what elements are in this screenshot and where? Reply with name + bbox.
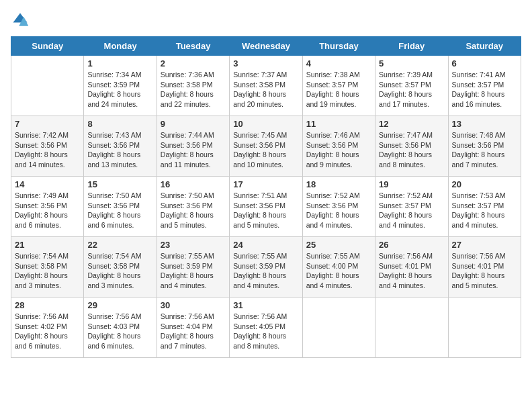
logo [11,11,31,30]
cell-date: 6 [452,58,517,68]
page-header [11,11,521,30]
calendar-cell: 31Sunrise: 7:56 AMSunset: 4:05 PMDayligh… [230,298,302,358]
day-header-tuesday: Tuesday [157,37,229,56]
cell-info: Sunrise: 7:34 AMSunset: 3:59 PMDaylight:… [87,70,152,109]
cell-date: 4 [306,58,371,68]
cell-date: 3 [233,58,298,68]
cell-info: Sunrise: 7:36 AMSunset: 3:58 PMDaylight:… [161,70,226,109]
cell-date: 24 [233,240,298,250]
cell-info: Sunrise: 7:56 AMSunset: 4:01 PMDaylight:… [379,251,444,291]
cell-date: 26 [379,240,444,250]
cell-date: 21 [15,240,80,250]
cell-date: 18 [306,179,371,189]
day-header-saturday: Saturday [448,37,521,56]
cell-date: 14 [15,179,80,189]
week-row-5: 28Sunrise: 7:56 AMSunset: 4:02 PMDayligh… [11,298,521,358]
cell-info: Sunrise: 7:43 AMSunset: 3:56 PMDaylight:… [87,130,152,170]
cell-date: 23 [161,240,226,250]
calendar-cell: 14Sunrise: 7:49 AMSunset: 3:56 PMDayligh… [11,177,84,237]
cell-date: 9 [161,119,226,129]
cell-date: 17 [233,179,298,189]
calendar-cell: 29Sunrise: 7:56 AMSunset: 4:03 PMDayligh… [84,298,157,358]
cell-date: 11 [306,119,371,129]
cell-info: Sunrise: 7:55 AMSunset: 3:59 PMDaylight:… [233,251,298,291]
calendar-cell: 15Sunrise: 7:50 AMSunset: 3:56 PMDayligh… [84,177,157,237]
cell-info: Sunrise: 7:51 AMSunset: 3:56 PMDaylight:… [233,191,298,230]
calendar-cell: 9Sunrise: 7:44 AMSunset: 3:56 PMDaylight… [157,116,229,177]
cell-date: 31 [233,300,298,310]
calendar-cell: 19Sunrise: 7:52 AMSunset: 3:57 PMDayligh… [375,177,448,237]
calendar-cell: 13Sunrise: 7:48 AMSunset: 3:56 PMDayligh… [448,116,521,177]
calendar-cell: 5Sunrise: 7:39 AMSunset: 3:57 PMDaylight… [375,56,448,116]
calendar-cell [11,56,84,116]
calendar-cell: 23Sunrise: 7:55 AMSunset: 3:59 PMDayligh… [157,237,229,298]
cell-date: 7 [15,119,80,129]
day-header-sunday: Sunday [11,37,84,56]
cell-info: Sunrise: 7:56 AMSunset: 4:05 PMDaylight:… [233,312,298,351]
calendar-cell: 25Sunrise: 7:55 AMSunset: 4:00 PMDayligh… [302,237,375,298]
cell-info: Sunrise: 7:42 AMSunset: 3:56 PMDaylight:… [15,130,80,170]
calendar-table: SundayMondayTuesdayWednesdayThursdayFrid… [11,36,521,358]
cell-info: Sunrise: 7:50 AMSunset: 3:56 PMDaylight:… [161,191,226,230]
calendar-cell: 27Sunrise: 7:56 AMSunset: 4:01 PMDayligh… [448,237,521,298]
cell-date: 19 [379,179,444,189]
cell-date: 22 [87,240,152,250]
day-header-wednesday: Wednesday [230,37,302,56]
calendar-cell: 12Sunrise: 7:47 AMSunset: 3:56 PMDayligh… [375,116,448,177]
cell-info: Sunrise: 7:56 AMSunset: 4:01 PMDaylight:… [452,251,517,291]
cell-info: Sunrise: 7:54 AMSunset: 3:58 PMDaylight:… [15,251,80,291]
calendar-cell: 8Sunrise: 7:43 AMSunset: 3:56 PMDaylight… [84,116,157,177]
week-row-1: 1Sunrise: 7:34 AMSunset: 3:59 PMDaylight… [11,56,521,116]
cell-info: Sunrise: 7:44 AMSunset: 3:56 PMDaylight:… [161,130,226,170]
cell-info: Sunrise: 7:45 AMSunset: 3:56 PMDaylight:… [233,130,298,170]
calendar-cell: 28Sunrise: 7:56 AMSunset: 4:02 PMDayligh… [11,298,84,358]
calendar-cell: 16Sunrise: 7:50 AMSunset: 3:56 PMDayligh… [157,177,229,237]
cell-date: 28 [15,300,80,310]
calendar-cell: 21Sunrise: 7:54 AMSunset: 3:58 PMDayligh… [11,237,84,298]
cell-info: Sunrise: 7:56 AMSunset: 4:02 PMDaylight:… [15,312,80,351]
calendar-cell: 26Sunrise: 7:56 AMSunset: 4:01 PMDayligh… [375,237,448,298]
cell-date: 27 [452,240,517,250]
calendar-cell: 10Sunrise: 7:45 AMSunset: 3:56 PMDayligh… [230,116,302,177]
cell-info: Sunrise: 7:41 AMSunset: 3:57 PMDaylight:… [452,70,517,109]
calendar-cell: 1Sunrise: 7:34 AMSunset: 3:59 PMDaylight… [84,56,157,116]
day-header-friday: Friday [375,37,448,56]
week-row-2: 7Sunrise: 7:42 AMSunset: 3:56 PMDaylight… [11,116,521,177]
cell-info: Sunrise: 7:55 AMSunset: 4:00 PMDaylight:… [306,251,371,291]
cell-date: 30 [161,300,226,310]
cell-date: 5 [379,58,444,68]
cell-info: Sunrise: 7:48 AMSunset: 3:56 PMDaylight:… [452,130,517,170]
calendar-cell: 6Sunrise: 7:41 AMSunset: 3:57 PMDaylight… [448,56,521,116]
cell-date: 10 [233,119,298,129]
calendar-cell: 22Sunrise: 7:54 AMSunset: 3:58 PMDayligh… [84,237,157,298]
cell-info: Sunrise: 7:47 AMSunset: 3:56 PMDaylight:… [379,130,444,170]
cell-date: 1 [87,58,152,68]
cell-info: Sunrise: 7:55 AMSunset: 3:59 PMDaylight:… [161,251,226,291]
calendar-cell: 17Sunrise: 7:51 AMSunset: 3:56 PMDayligh… [230,177,302,237]
cell-date: 29 [87,300,152,310]
calendar-cell: 30Sunrise: 7:56 AMSunset: 4:04 PMDayligh… [157,298,229,358]
cell-date: 25 [306,240,371,250]
cell-info: Sunrise: 7:52 AMSunset: 3:56 PMDaylight:… [306,191,371,230]
cell-date: 15 [87,179,152,189]
calendar-cell: 24Sunrise: 7:55 AMSunset: 3:59 PMDayligh… [230,237,302,298]
calendar-cell: 4Sunrise: 7:38 AMSunset: 3:57 PMDaylight… [302,56,375,116]
cell-date: 8 [87,119,152,129]
calendar-cell: 3Sunrise: 7:37 AMSunset: 3:58 PMDaylight… [230,56,302,116]
cell-info: Sunrise: 7:39 AMSunset: 3:57 PMDaylight:… [379,70,444,109]
cell-info: Sunrise: 7:38 AMSunset: 3:57 PMDaylight:… [306,70,371,109]
cell-info: Sunrise: 7:54 AMSunset: 3:58 PMDaylight:… [87,251,152,291]
logo-icon [11,11,30,30]
cell-info: Sunrise: 7:49 AMSunset: 3:56 PMDaylight:… [15,191,80,230]
calendar-cell: 2Sunrise: 7:36 AMSunset: 3:58 PMDaylight… [157,56,229,116]
calendar-cell: 11Sunrise: 7:46 AMSunset: 3:56 PMDayligh… [302,116,375,177]
calendar-cell [375,298,448,358]
calendar-cell: 7Sunrise: 7:42 AMSunset: 3:56 PMDaylight… [11,116,84,177]
calendar-cell [302,298,375,358]
cell-info: Sunrise: 7:46 AMSunset: 3:56 PMDaylight:… [306,130,371,170]
day-header-monday: Monday [84,37,157,56]
week-row-4: 21Sunrise: 7:54 AMSunset: 3:58 PMDayligh… [11,237,521,298]
calendar-cell: 18Sunrise: 7:52 AMSunset: 3:56 PMDayligh… [302,177,375,237]
cell-info: Sunrise: 7:52 AMSunset: 3:57 PMDaylight:… [379,191,444,230]
cell-date: 20 [452,179,517,189]
